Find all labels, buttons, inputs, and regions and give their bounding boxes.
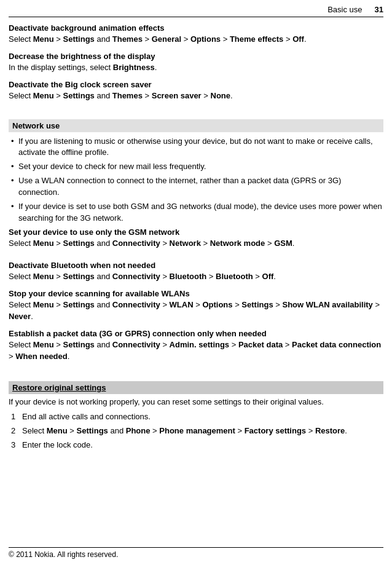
restore-intro: If your device is not working properly, …: [9, 397, 383, 408]
restore-steps-list: 1 End all active calls and connections. …: [9, 411, 383, 451]
list-item: Set your device to check for new mail le…: [9, 161, 383, 173]
section-decrease-brightness: Decrease the brightness of the display I…: [9, 52, 383, 74]
body-stop-wlan: Select Menu > Settings and Connectivity …: [9, 299, 383, 323]
restore-settings-header: Restore original settings: [9, 381, 383, 394]
network-use-title: Network use: [12, 121, 60, 130]
heading-stop-wlan: Stop your device scanning for available …: [9, 289, 383, 298]
section-gsm-network: Set your device to use only the GSM netw…: [9, 227, 383, 250]
list-item: If your device is set to use both GSM an…: [9, 201, 383, 224]
body-deactivate-bluetooth: Select Menu > Settings and Connectivity …: [9, 271, 383, 283]
header-page-number: 31: [375, 5, 383, 14]
list-item: If you are listening to music or otherwi…: [9, 136, 383, 159]
heading-deactivate-bluetooth: Deactivate Bluetooth when not needed: [9, 261, 383, 270]
section-packet-data: Establish a packet data (3G or GPRS) con…: [9, 329, 383, 363]
body-packet-data: Select Menu > Settings and Connectivity …: [9, 339, 383, 363]
body-deactivate-animation: Select Menu > Settings and Themes > Gene…: [9, 34, 383, 45]
page-header: Basic use 31: [9, 5, 383, 17]
list-item: 3 Enter the lock code.: [9, 440, 383, 451]
list-item: Use a WLAN connection to connect to the …: [9, 175, 383, 199]
section-restore: If your device is not working properly, …: [9, 397, 383, 451]
list-item: 1 End all active calls and connections.: [9, 411, 383, 423]
heading-deactivate-clock: Deactivate the Big clock screen saver: [9, 80, 383, 89]
heading-decrease-brightness: Decrease the brightness of the display: [9, 52, 383, 61]
footer-text: © 2011 Nokia. All rights reserved.: [9, 550, 118, 559]
body-gsm-network: Select Menu > Settings and Connectivity …: [9, 238, 383, 250]
heading-gsm-network: Set your device to use only the GSM netw…: [9, 227, 383, 237]
network-use-bullets: If you are listening to music or otherwi…: [9, 136, 383, 224]
heading-packet-data: Establish a packet data (3G or GPRS) con…: [9, 329, 383, 338]
header-title: Basic use: [327, 5, 362, 14]
restore-settings-title: Restore original settings: [12, 383, 106, 392]
body-decrease-brightness: In the display settings, select Brightne…: [9, 62, 383, 74]
heading-deactivate-animation: Deactivate background animation effects: [9, 23, 383, 33]
section-stop-wlan: Stop your device scanning for available …: [9, 289, 383, 323]
section-deactivate-clock: Deactivate the Big clock screen saver Se…: [9, 80, 383, 102]
page: Basic use 31 Deactivate background anima…: [0, 0, 392, 565]
body-deactivate-clock: Select Menu > Settings and Themes > Scre…: [9, 90, 383, 102]
section-deactivate-animation: Deactivate background animation effects …: [9, 23, 383, 45]
network-use-header: Network use: [9, 119, 383, 132]
page-footer: © 2011 Nokia. All rights reserved.: [9, 547, 383, 559]
section-deactivate-bluetooth: Deactivate Bluetooth when not needed Sel…: [9, 261, 383, 283]
list-item: 2 Select Menu > Settings and Phone > Pho…: [9, 425, 383, 437]
